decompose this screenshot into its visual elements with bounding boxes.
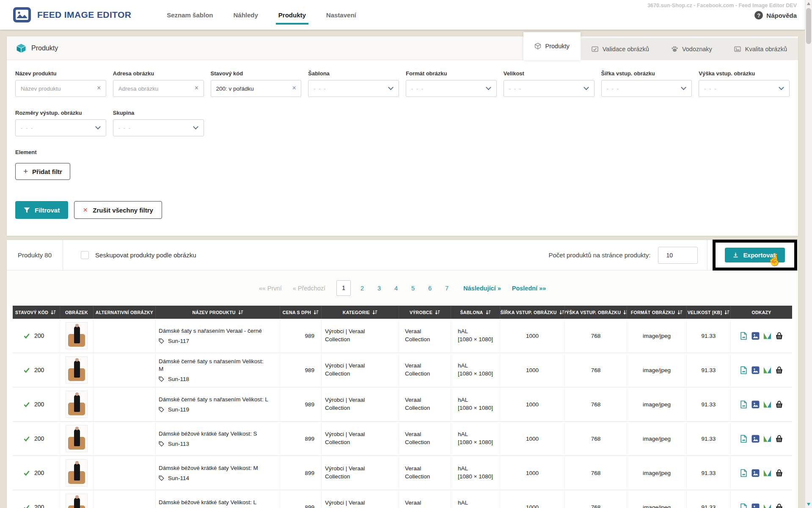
- product-thumbnail[interactable]: [66, 322, 88, 349]
- mergado-icon[interactable]: [763, 469, 771, 477]
- pagination-page[interactable]: 3: [374, 285, 385, 292]
- sort-icon[interactable]: [559, 310, 564, 315]
- filter-select[interactable]: - - -: [15, 119, 106, 136]
- per-page-input[interactable]: [658, 247, 698, 264]
- mergado-icon[interactable]: [763, 332, 771, 340]
- table-column-header[interactable]: STAVOVÝ KÓD: [13, 306, 60, 319]
- basket-icon[interactable]: [775, 332, 783, 340]
- product-name[interactable]: Dámské šaty s nařasením Veraal - černé: [159, 327, 262, 335]
- pagination-page[interactable]: 7: [441, 285, 452, 292]
- scroll-up-arrow-icon[interactable]: [807, 2, 810, 5]
- table-column-header[interactable]: VÝROBCE: [399, 306, 451, 319]
- table-column-header[interactable]: OBRÁZEK: [60, 306, 94, 319]
- basket-icon[interactable]: [775, 366, 783, 374]
- table-column-header[interactable]: NÁZEV PRODUKTU: [156, 306, 280, 319]
- image-file-icon[interactable]: [740, 332, 748, 340]
- table-column-header[interactable]: ALTERNATIVNÍ OBRÁZKY: [94, 306, 156, 319]
- pagination-first[interactable]: «« První: [259, 285, 282, 292]
- pagination-page[interactable]: 4: [391, 285, 402, 292]
- basket-icon[interactable]: [775, 435, 783, 443]
- group-by-image-checkbox[interactable]: Seskupovat produkty podle obrázku: [81, 251, 196, 259]
- sort-icon[interactable]: [314, 310, 319, 315]
- image-file-icon[interactable]: [740, 400, 748, 409]
- clear-field-icon[interactable]: [96, 84, 102, 93]
- clear-field-icon[interactable]: [193, 84, 200, 93]
- table-column-header[interactable]: KATEGORIE: [322, 306, 399, 319]
- image-frame-icon[interactable]: [751, 366, 760, 374]
- product-thumbnail[interactable]: [66, 425, 88, 452]
- product-thumbnail[interactable]: [66, 391, 88, 418]
- product-name[interactable]: Dámské béžové krátké šaty Velikost: M: [159, 464, 258, 472]
- image-file-icon[interactable]: [740, 366, 748, 374]
- filter-select[interactable]: - - -: [113, 119, 204, 136]
- scrollbar-thumb[interactable]: [806, 8, 811, 44]
- sort-icon[interactable]: [435, 310, 440, 315]
- panel-tab[interactable]: Validace obrázků: [581, 38, 660, 60]
- filter-select[interactable]: - - -: [406, 80, 497, 97]
- clear-filters-button[interactable]: Zrušit všechny filtry: [74, 201, 162, 219]
- mergado-icon[interactable]: [763, 366, 771, 374]
- product-name[interactable]: Dámské černé šaty s nařasením Velikost: …: [159, 396, 268, 403]
- pagination-prev[interactable]: « Předchozí: [293, 285, 325, 292]
- add-filter-button[interactable]: Přidat filtr: [15, 163, 70, 180]
- product-name[interactable]: Dámské béžové krátké šaty Velikost: S: [159, 430, 257, 438]
- pagination-last[interactable]: Poslední »»: [512, 285, 546, 292]
- filter-text-input[interactable]: [113, 80, 204, 97]
- product-thumbnail[interactable]: [66, 494, 88, 508]
- image-file-icon[interactable]: [740, 503, 748, 508]
- image-frame-icon[interactable]: [751, 435, 760, 443]
- panel-tab[interactable]: Vodoznaky: [660, 38, 723, 60]
- checkbox[interactable]: [81, 251, 89, 259]
- sort-icon[interactable]: [372, 310, 377, 315]
- nav-item[interactable]: Nastavení: [316, 0, 366, 30]
- image-frame-icon[interactable]: [751, 503, 760, 508]
- mergado-icon[interactable]: [763, 435, 771, 443]
- nav-item[interactable]: Náhledy: [223, 0, 268, 30]
- table-column-header[interactable]: ŠÍŘKA VSTUP. OBRÁZKU: [500, 306, 565, 319]
- sort-icon[interactable]: [238, 310, 243, 315]
- nav-item[interactable]: Produkty: [268, 0, 316, 30]
- image-frame-icon[interactable]: [751, 332, 760, 340]
- image-file-icon[interactable]: [740, 435, 748, 443]
- pagination-page[interactable]: 2: [357, 285, 368, 292]
- table-column-header[interactable]: ŠABLONA: [451, 306, 500, 319]
- image-file-icon[interactable]: [740, 469, 748, 477]
- table-column-header[interactable]: CENA S DPH: [280, 306, 322, 319]
- image-frame-icon[interactable]: [751, 400, 760, 409]
- scroll-down-arrow-icon[interactable]: [807, 503, 810, 506]
- pagination-page[interactable]: 5: [407, 285, 418, 292]
- help-button[interactable]: Nápověda: [647, 11, 797, 19]
- table-column-header[interactable]: VÝŠKA VSTUP. OBRÁZKU: [565, 306, 627, 319]
- product-thumbnail[interactable]: [66, 459, 88, 486]
- basket-icon[interactable]: [775, 503, 783, 508]
- filter-text-input[interactable]: [211, 80, 302, 97]
- export-button[interactable]: Exportovat:: [725, 248, 785, 262]
- table-column-header[interactable]: VELIKOST [KB]: [687, 306, 731, 319]
- pagination-page[interactable]: 1: [336, 280, 351, 296]
- table-column-header[interactable]: ODKAZY: [731, 306, 792, 319]
- nav-item[interactable]: Seznam šablon: [157, 0, 223, 30]
- sort-icon[interactable]: [486, 310, 491, 315]
- basket-icon[interactable]: [775, 400, 783, 409]
- product-name[interactable]: Dámské černé šaty s nařasením Velikost: …: [159, 358, 270, 373]
- table-column-header[interactable]: FORMÁT OBRÁZKU: [627, 306, 687, 319]
- clear-field-icon[interactable]: [291, 84, 297, 93]
- filter-text-input[interactable]: [15, 80, 106, 97]
- filter-select[interactable]: - - -: [308, 80, 399, 97]
- mergado-icon[interactable]: [763, 503, 771, 508]
- sort-icon[interactable]: [623, 310, 627, 315]
- mergado-icon[interactable]: [763, 400, 771, 409]
- product-thumbnail[interactable]: [66, 356, 88, 384]
- panel-tab[interactable]: Kvalita obrázků: [723, 38, 798, 60]
- sort-icon[interactable]: [51, 310, 56, 315]
- filter-button[interactable]: Filtrovat: [15, 201, 68, 219]
- filter-select[interactable]: - - -: [601, 80, 692, 97]
- basket-icon[interactable]: [775, 469, 783, 477]
- panel-tab[interactable]: Produkty: [523, 32, 581, 60]
- sort-icon[interactable]: [677, 310, 683, 315]
- filter-select[interactable]: - - -: [504, 80, 595, 97]
- app-brand[interactable]: FEED IMAGE EDITOR: [13, 7, 131, 23]
- product-name[interactable]: Dámské béžové krátké šaty Velikost: L: [159, 499, 256, 506]
- page-scrollbar[interactable]: [805, 0, 812, 508]
- pagination-page[interactable]: 6: [424, 285, 435, 292]
